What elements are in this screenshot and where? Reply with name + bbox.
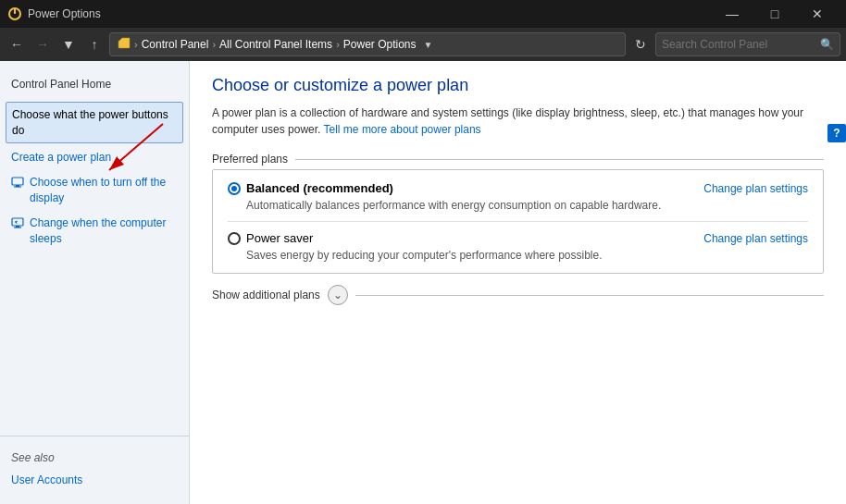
address-bar: ← → ▼ ↑ › Control Panel › All Control Pa… xyxy=(0,28,846,61)
sidebar: Control Panel Home Choose what the power… xyxy=(0,61,190,504)
page-title: Choose or customize a power plan xyxy=(212,76,824,95)
svg-rect-2 xyxy=(12,178,23,185)
plan-balanced-header: Balanced (recommended) Change plan setti… xyxy=(228,181,808,195)
change-plan-balanced-link[interactable]: Change plan settings xyxy=(703,182,808,195)
display-off-icon xyxy=(11,176,24,193)
expand-additional-button[interactable]: ⌄ xyxy=(328,285,348,305)
up-button[interactable]: ↑ xyxy=(83,33,106,55)
path-power-options[interactable]: Power Options xyxy=(343,38,417,51)
plan-balanced-name: Balanced (recommended) xyxy=(246,181,393,195)
path-sep-3: › xyxy=(336,39,340,50)
radio-inner xyxy=(231,186,237,191)
plan-balanced: Balanced (recommended) Change plan setti… xyxy=(228,181,808,212)
sidebar-item-sleep[interactable]: Change when the computer sleeps xyxy=(0,211,189,252)
content-description: A power plan is a collection of hardware… xyxy=(212,104,824,138)
path-dropdown-button[interactable]: ▼ xyxy=(424,40,433,50)
plan-separator xyxy=(228,221,808,222)
sidebar-footer: See also User Accounts xyxy=(0,436,189,493)
plan-power-saver-name-row: Power saver xyxy=(228,231,313,245)
svg-rect-4 xyxy=(12,218,23,226)
path-control-panel[interactable]: Control Panel xyxy=(142,38,209,51)
svg-rect-1 xyxy=(118,41,130,48)
show-additional-label: Show additional plans xyxy=(212,289,320,301)
app-icon xyxy=(7,6,22,21)
plan-power-saver: Power saver Change plan settings Saves e… xyxy=(228,231,808,262)
forward-button[interactable]: → xyxy=(31,33,54,55)
address-path: › Control Panel › All Control Panel Item… xyxy=(109,32,626,56)
close-button[interactable]: ✕ xyxy=(796,0,839,28)
change-plan-power-saver-link[interactable]: Change plan settings xyxy=(703,232,808,245)
plan-power-saver-radio[interactable] xyxy=(228,232,241,245)
recent-button[interactable]: ▼ xyxy=(57,33,80,55)
learn-more-link[interactable]: Tell me more about power plans xyxy=(324,123,481,136)
plan-power-saver-header: Power saver Change plan settings xyxy=(228,231,808,245)
sidebar-home[interactable]: Control Panel Home xyxy=(0,72,189,100)
search-button[interactable]: 🔍 xyxy=(820,38,834,51)
maximize-button[interactable]: □ xyxy=(753,0,796,28)
plans-box: Balanced (recommended) Change plan setti… xyxy=(212,169,824,274)
sleep-icon xyxy=(11,216,24,234)
search-input[interactable] xyxy=(662,38,816,51)
refresh-button[interactable]: ↻ xyxy=(629,33,652,55)
sidebar-item-power-buttons-label: Choose what the power buttons do xyxy=(12,107,177,139)
sidebar-item-power-buttons[interactable]: Choose what the power buttons do xyxy=(6,102,183,144)
window-controls: — □ ✕ xyxy=(711,0,839,28)
sidebar-item-display-off-label: Choose when to turn off the display xyxy=(30,175,178,206)
minimize-button[interactable]: — xyxy=(711,0,753,28)
main-content: Control Panel Home Choose what the power… xyxy=(0,61,846,504)
sidebar-item-display-off[interactable]: Choose when to turn off the display xyxy=(0,170,189,211)
path-sep-1: › xyxy=(134,39,138,50)
title-bar: Power Options — □ ✕ xyxy=(0,0,846,28)
plan-balanced-desc: Automatically balances performance with … xyxy=(246,199,808,212)
sidebar-user-accounts[interactable]: User Accounts xyxy=(0,468,189,493)
plan-power-saver-desc: Saves energy by reducing your computer's… xyxy=(246,249,808,262)
sidebar-item-sleep-label: Change when the computer sleeps xyxy=(30,215,178,247)
plan-balanced-name-row: Balanced (recommended) xyxy=(228,181,393,195)
path-root-icon xyxy=(118,37,131,53)
plan-balanced-radio[interactable] xyxy=(228,182,241,195)
path-all-items[interactable]: All Control Panel Items xyxy=(219,38,332,51)
preferred-plans-label: Preferred plans xyxy=(212,153,824,166)
show-additional-row: Show additional plans ⌄ xyxy=(212,285,824,305)
content-area: Choose or customize a power plan A power… xyxy=(190,61,846,504)
window-title: Power Options xyxy=(28,7,711,20)
see-also-label: See also xyxy=(0,442,189,468)
path-sep-2: › xyxy=(212,39,216,50)
search-box: 🔍 xyxy=(655,32,840,56)
back-button[interactable]: ← xyxy=(6,33,28,55)
plan-power-saver-name: Power saver xyxy=(246,231,313,245)
sidebar-item-create-plan-label: Create a power plan xyxy=(11,150,111,166)
help-button[interactable]: ? xyxy=(827,124,846,142)
user-accounts-label: User Accounts xyxy=(11,473,82,488)
sidebar-item-create-plan[interactable]: Create a power plan xyxy=(0,145,189,170)
